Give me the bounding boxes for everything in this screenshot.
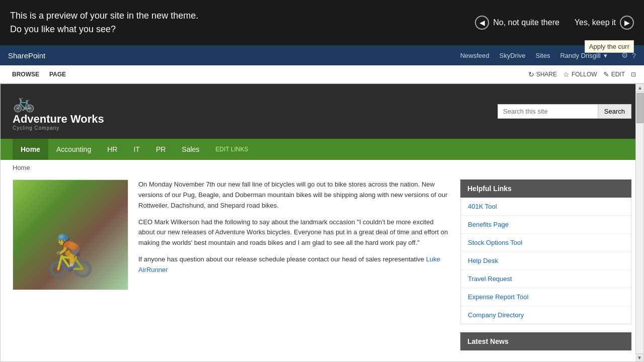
search-area: Search xyxy=(498,104,631,119)
nav-home[interactable]: Home xyxy=(13,139,48,160)
preview-text: This is a preview of your site in the ne… xyxy=(10,9,198,36)
preview-banner: This is a preview of your site in the ne… xyxy=(0,0,644,45)
link-stock-options[interactable]: Stock Options Tool xyxy=(461,234,631,252)
helpful-links-section: Helpful Links 401K Tool Benefits Page St… xyxy=(460,179,631,324)
main-content: On Monday November 7th our new fall line… xyxy=(1,175,643,362)
scroll-down-arrow[interactable]: ▼ xyxy=(635,353,643,361)
star-icon: ☆ xyxy=(563,70,570,78)
apply-tooltip: Apply the curr xyxy=(585,40,634,53)
edit-icon: ✎ xyxy=(603,70,609,78)
latest-news-section: Latest News xyxy=(460,332,631,350)
share-icon: ↻ xyxy=(528,70,534,78)
link-travel-request[interactable]: Travel Request xyxy=(461,270,631,288)
edit-button[interactable]: ✎ EDIT xyxy=(603,70,625,78)
logo-bike-icon: 🚲 xyxy=(13,92,35,113)
nav-pr[interactable]: PR xyxy=(148,139,174,160)
sidebar: Helpful Links 401K Tool Benefits Page St… xyxy=(460,179,631,358)
article-paragraph-3: If anyone has question about our release… xyxy=(138,254,448,276)
article-text: On Monday November 7th our new fall line… xyxy=(138,179,448,290)
share-button[interactable]: ↻ SHARE xyxy=(528,70,557,78)
ribbon-actions: ↻ SHARE ☆ FOLLOW ✎ EDIT ⊡ xyxy=(528,70,636,78)
article-body: On Monday November 7th our new fall line… xyxy=(13,179,448,290)
site-logo: 🚲 Adventure Works Cycling Company xyxy=(13,92,498,131)
scrollbar[interactable]: ▲ ▼ xyxy=(635,84,643,361)
nav-it[interactable]: IT xyxy=(125,139,147,160)
link-help-desk[interactable]: Help Desk xyxy=(461,252,631,270)
search-input[interactable] xyxy=(498,104,598,119)
newsfeed-link[interactable]: Newsfeed xyxy=(460,52,490,59)
nav-hr[interactable]: HR xyxy=(99,139,125,160)
article-paragraph-1: On Monday November 7th our new fall line… xyxy=(138,179,448,211)
page-button[interactable]: PAGE xyxy=(45,69,70,80)
site-wrapper: 🚲 Adventure Works Cycling Company Search… xyxy=(0,83,644,362)
follow-button[interactable]: ☆ FOLLOW xyxy=(563,70,597,78)
link-benefits[interactable]: Benefits Page xyxy=(461,216,631,234)
scroll-up-arrow[interactable]: ▲ xyxy=(636,84,644,92)
sharepoint-topbar: SharePoint Newsfeed SkyDrive Sites Randy… xyxy=(0,45,644,65)
helpful-links-title: Helpful Links xyxy=(460,179,631,198)
browse-button[interactable]: BROWSE xyxy=(8,69,43,80)
helpful-links-list: 401K Tool Benefits Page Stock Options To… xyxy=(460,198,631,324)
sharepoint-logo: SharePoint xyxy=(8,51,460,60)
skydrive-link[interactable]: SkyDrive xyxy=(500,52,526,59)
edit-links[interactable]: EDIT LINKS xyxy=(215,146,248,153)
logo-text: Adventure Works xyxy=(13,113,104,125)
link-401k[interactable]: 401K Tool xyxy=(461,198,631,216)
site-nav: Home Accounting HR IT PR Sales EDIT LINK… xyxy=(1,139,643,160)
yes-button[interactable]: Yes, keep it ▶ xyxy=(575,16,634,30)
sites-link[interactable]: Sites xyxy=(536,52,550,59)
link-company-directory[interactable]: Company Directory xyxy=(461,306,631,324)
ribbon: BROWSE PAGE ↻ SHARE ☆ FOLLOW ✎ EDIT ⊡ xyxy=(0,65,644,83)
back-arrow-icon: ◀ xyxy=(475,16,489,30)
link-expense-report[interactable]: Expense Report Tool xyxy=(461,288,631,306)
nav-sales[interactable]: Sales xyxy=(174,139,207,160)
article-image xyxy=(13,179,128,290)
no-button[interactable]: ◀ No, not quite there xyxy=(475,16,559,30)
nav-accounting[interactable]: Accounting xyxy=(48,139,99,160)
preview-actions: ◀ No, not quite there Yes, keep it ▶ xyxy=(475,16,634,30)
site-header: 🚲 Adventure Works Cycling Company Search xyxy=(1,84,643,139)
fullscreen-icon: ⊡ xyxy=(631,71,636,78)
search-button[interactable]: Search xyxy=(598,104,631,119)
forward-arrow-icon: ▶ xyxy=(620,16,634,30)
content-area: On Monday November 7th our new fall line… xyxy=(13,179,448,358)
breadcrumb: Home xyxy=(1,160,643,175)
scrollbar-thumb[interactable] xyxy=(636,93,643,123)
fullscreen-button[interactable]: ⊡ xyxy=(631,71,636,78)
logo-subtitle: Cycling Company xyxy=(13,125,59,131)
latest-news-title: Latest News xyxy=(460,332,631,350)
article-paragraph-2: CEO Mark Wilkerson had the following to … xyxy=(138,217,448,248)
